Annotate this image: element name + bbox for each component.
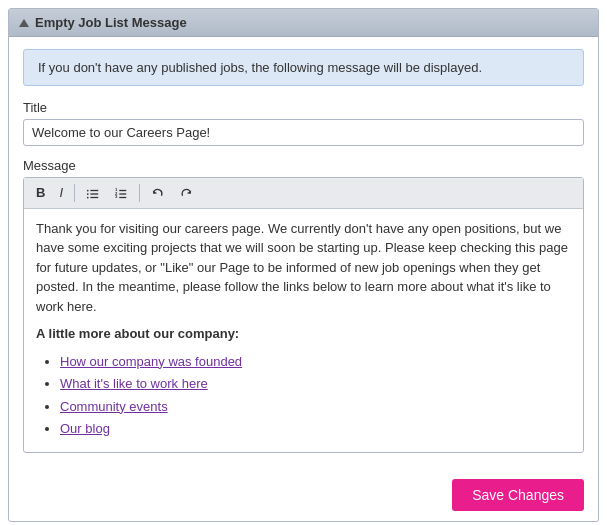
undo-button[interactable] [145,182,171,204]
toolbar-divider-1 [74,184,75,202]
svg-point-4 [87,193,89,195]
panel-header: Empty Job List Message [9,9,598,37]
svg-point-3 [87,189,89,191]
editor-link-list: How our company was founded What it's li… [36,352,571,439]
svg-point-5 [87,196,89,198]
editor-subheading: A little more about our company: [36,326,239,341]
info-message: If you don't have any published jobs, th… [23,49,584,86]
link-3[interactable]: Community events [60,399,168,414]
link-2[interactable]: What it's like to work here [60,376,208,391]
message-label: Message [23,158,584,173]
list-item: Community events [60,397,571,417]
bold-button[interactable]: B [30,182,51,204]
link-1[interactable]: How our company was founded [60,354,242,369]
toolbar-divider-2 [139,184,140,202]
rich-text-editor: B I [23,177,584,453]
redo-icon [179,187,193,201]
panel-body: If you don't have any published jobs, th… [9,37,598,465]
ul-icon [86,187,100,201]
ordered-list-button[interactable]: 1 2 3 [108,182,134,204]
editor-paragraph: Thank you for visiting our careers page.… [36,219,571,317]
editor-body[interactable]: Thank you for visiting our careers page.… [24,209,583,452]
footer-bar: Save Changes [9,469,598,521]
editor-toolbar: B I [24,178,583,209]
list-item: How our company was founded [60,352,571,372]
panel-title: Empty Job List Message [35,15,187,30]
redo-button[interactable] [173,182,199,204]
title-label: Title [23,100,584,115]
collapse-icon[interactable] [19,19,29,27]
list-item: Our blog [60,419,571,439]
title-input[interactable] [23,119,584,146]
unordered-list-button[interactable] [80,182,106,204]
svg-text:3: 3 [115,194,118,199]
empty-job-list-panel: Empty Job List Message If you don't have… [8,8,599,522]
ol-icon: 1 2 3 [114,187,128,201]
undo-icon [151,187,165,201]
save-changes-button[interactable]: Save Changes [452,479,584,511]
italic-button[interactable]: I [53,182,69,204]
list-item: What it's like to work here [60,374,571,394]
link-4[interactable]: Our blog [60,421,110,436]
